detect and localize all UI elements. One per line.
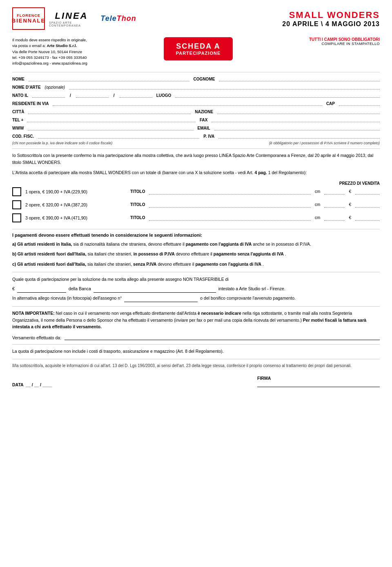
tel-label: TEL + xyxy=(12,118,23,122)
para-b-bold2: in possesso di P.IVA xyxy=(134,251,175,256)
nome-arte-optional: (opzionale) xyxy=(45,85,65,90)
data-label: DATA xyxy=(12,382,23,387)
para-c-bold2: senza P.IVA xyxy=(133,262,156,267)
option-1-checkbox[interactable] xyxy=(12,187,21,196)
nome-cognome-row: NOME COGNOME xyxy=(12,76,380,81)
partecipazione-label: PARTECIPAZIONE xyxy=(176,51,221,56)
nome-field xyxy=(29,76,189,81)
small-wonders-title: SMALL WONDERS xyxy=(282,10,380,20)
para-a-text2: anche se in possesso di P.IVA. xyxy=(253,242,311,247)
check-divider xyxy=(12,306,380,307)
codfisc-label: COD. FISC. xyxy=(12,134,34,139)
florence-text: FLORENCE xyxy=(17,13,40,18)
option-3-checkbox[interactable] xyxy=(12,213,21,222)
option-3-cm-field xyxy=(324,215,345,221)
nato-year-field xyxy=(120,92,152,98)
option-2-cm-label: cm xyxy=(315,202,320,207)
nato-day-field xyxy=(32,92,65,98)
contact-line4: tel. +39 055 3249173 - fax +39 055 33354… xyxy=(12,55,87,60)
accept-text-2: 1 del Regolamento): xyxy=(268,170,307,175)
payment-divider xyxy=(12,272,380,272)
check-amount-field xyxy=(17,287,66,293)
para-b-text2: devono effettuare il xyxy=(176,251,214,256)
top-divider xyxy=(12,72,380,72)
linea-main-text: LINEA xyxy=(55,11,88,21)
event-date: 20 APRILE \ 4 MAGGIO 2013 xyxy=(282,20,380,28)
option-1-price-field xyxy=(355,189,380,195)
form-divider xyxy=(12,148,380,149)
fax-label: FAX xyxy=(200,118,207,122)
www-label: WWW xyxy=(12,126,24,130)
versamento-divider xyxy=(12,344,380,345)
fisc-note: (chi non possiede la p. iva deve indicar… xyxy=(12,141,112,145)
nota-label: NOTA IMPORTANTE: xyxy=(12,311,55,316)
header-title: SMALL WONDERS 20 APRILE \ 4 MAGGIO 2013 xyxy=(282,10,380,28)
contact-line1: Il modulo deve essere rispedito in origi… xyxy=(12,38,87,42)
compilare-label: COMPILARE IN STAMPATELLO xyxy=(309,42,380,46)
quota-divider xyxy=(12,359,380,359)
check-line3: In alternativa allego ricevuta (in fotoc… xyxy=(12,294,380,302)
accept-text: L'Artista accetta di partecipare alla mo… xyxy=(12,169,380,176)
option-1-titolo-field xyxy=(149,189,311,195)
para-b-bold: Gli artisti residenti fuori dall'Italia, xyxy=(18,251,87,256)
subheader: Il modulo deve essere rispedito in origi… xyxy=(12,34,380,66)
nota-text1: Nel caso in cui il versamento non venga … xyxy=(56,311,198,316)
nota-section: NOTA IMPORTANTE: Nel caso in cui il vers… xyxy=(12,310,380,330)
check-section: Quale quota di partecipazione per la sol… xyxy=(12,276,380,302)
para-a-bold2: pagamento con l'aggiunta di IVA xyxy=(186,242,252,247)
firma-row: DATA __ / __ / ____ FIRMA xyxy=(12,376,380,387)
option-2-euro: € xyxy=(349,202,351,207)
tel-field xyxy=(27,117,196,122)
option-3-label: 3 opere, € 390,00 + IVA (471,90) xyxy=(25,215,115,220)
check-o-del: o del bonifico comprovante l'avvenuto pa… xyxy=(200,294,296,302)
nato-month-field xyxy=(76,92,109,98)
check-alternativa: In alternativa allego ricevuta (in fotoc… xyxy=(12,294,122,302)
piva-field xyxy=(218,133,380,139)
check-euro-sym: € xyxy=(12,285,15,293)
para-c-text: sia italiani che stranieri, xyxy=(87,262,133,267)
option-2-checkbox[interactable] xyxy=(12,200,21,209)
payment-para-a: a) Gli artisti residenti in Italia, sia … xyxy=(12,241,380,248)
versamento-label: Versamento effettuato da: xyxy=(12,335,61,340)
nato-luogo-row: NATO IL / / LUOGO xyxy=(12,92,380,98)
option-3-titolo-label: TITOLO xyxy=(130,215,145,220)
luogo-field xyxy=(175,92,380,98)
option-2-titolo-label: TITOLO xyxy=(130,202,145,207)
para-b-text: sia italiani che stranieri, xyxy=(88,251,134,256)
options-section: PREZZO DI VENDITA 1 opera, € 190,00 + IV… xyxy=(12,181,380,222)
payment-title: I pagamenti devono essere effettuati ten… xyxy=(12,233,380,238)
contact-line3: Via delle Porte Nuove 10, 50144 Firenze xyxy=(12,49,82,54)
option-3-euro: € xyxy=(349,215,351,220)
para-a-bold: Gli artisti residenti in Italia, xyxy=(17,242,72,247)
option-1-titolo-label: TITOLO xyxy=(130,189,145,194)
check-intestato: intestato a Arte Studio srl - Firenze. xyxy=(218,285,285,293)
cognome-field xyxy=(219,76,380,81)
check-line1: Quale quota di partecipazione per la sol… xyxy=(12,276,380,283)
option-3-price-field xyxy=(355,215,380,221)
piva-label: P. IVA xyxy=(203,134,214,139)
para-b-text3: . xyxy=(285,251,286,256)
option-1-label: 1 opera, € 190,00 + IVA (229,90) xyxy=(25,189,115,194)
telethon-thon: Thon xyxy=(117,14,136,23)
firma-block: FIRMA xyxy=(257,376,380,387)
nato-il-label: NATO IL xyxy=(12,93,28,98)
cap-label: CAP xyxy=(326,101,335,106)
slash2: / xyxy=(113,93,116,98)
residente-field xyxy=(53,100,322,106)
para-c-text2: devono effettuare il xyxy=(158,262,195,267)
fisc-notes-row: (chi non possiede la p. iva deve indicar… xyxy=(12,141,380,145)
email-field xyxy=(214,125,380,130)
slash1: / xyxy=(69,93,72,98)
versamento-field xyxy=(65,334,380,340)
option-3-row: 3 opere, € 390,00 + IVA (471,90) TITOLO … xyxy=(12,213,380,222)
codfisc-field xyxy=(38,133,199,139)
telethon-logo: TeleThon xyxy=(98,7,139,30)
option-2-label: 2 opere, € 320,00 + IVA (387,20) xyxy=(25,202,115,207)
check-della-banca: della Banca xyxy=(69,285,91,293)
citta-label: CITTÀ xyxy=(12,110,24,114)
codfisc-piva-row: COD. FISC. P. IVA xyxy=(12,133,380,139)
form-section: NOME COGNOME NOME D'ARTE (opzionale) NAT… xyxy=(12,76,380,145)
para-c-label: c) xyxy=(12,262,16,267)
cognome-label: COGNOME xyxy=(194,77,215,81)
www-email-row: WWW EMAIL xyxy=(12,125,380,130)
